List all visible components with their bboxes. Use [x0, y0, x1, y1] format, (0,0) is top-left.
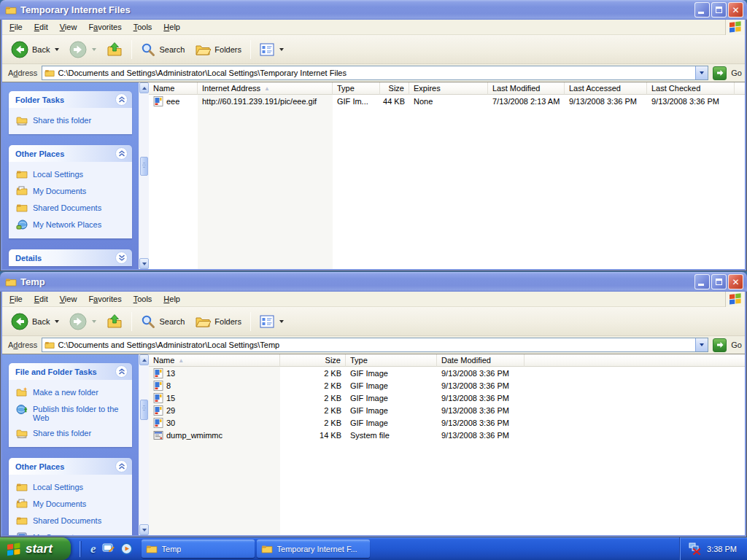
- menu-tools[interactable]: Tools: [128, 292, 158, 306]
- folders-button[interactable]: Folders: [190, 40, 246, 59]
- link-shared-documents[interactable]: Shared Documents: [16, 202, 128, 214]
- back-dropdown-icon[interactable]: [55, 48, 59, 51]
- minimize-button[interactable]: [694, 274, 710, 289]
- menu-edit[interactable]: Edit: [28, 20, 54, 34]
- collapse-button[interactable]: [115, 460, 128, 472]
- link-my-documents[interactable]: My Documents: [16, 185, 128, 197]
- sidebar-scrollbar[interactable]: [139, 354, 149, 535]
- taskbar-button-temporary-internet-files[interactable]: Temporary Internet F...: [257, 540, 370, 558]
- go-button[interactable]: [713, 66, 727, 80]
- expand-button[interactable]: [115, 252, 128, 264]
- search-button[interactable]: Search: [136, 40, 189, 59]
- menu-file[interactable]: File: [4, 20, 28, 34]
- menu-tools[interactable]: Tools: [128, 20, 158, 34]
- link-my-documents[interactable]: My Documents: [16, 498, 128, 510]
- file-row[interactable]: eee http://60.191.239.191/pic/eee.gif GI…: [149, 95, 745, 107]
- close-button[interactable]: ✕: [728, 274, 743, 289]
- sidebar-scrollbar[interactable]: [139, 82, 149, 269]
- address-dropdown-button[interactable]: [695, 66, 708, 79]
- scroll-down-button[interactable]: [139, 258, 149, 269]
- column-header-last-modified[interactable]: Last Modified: [488, 82, 565, 95]
- menu-favorites[interactable]: Favorites: [82, 292, 127, 306]
- menu-view[interactable]: View: [54, 292, 83, 306]
- column-header-name[interactable]: Name: [149, 82, 198, 95]
- file-row[interactable]: dump_wmimmc 14 KB System file 9/13/2008 …: [149, 429, 745, 441]
- back-dropdown-icon[interactable]: [55, 320, 59, 323]
- forward-button[interactable]: [65, 311, 101, 332]
- column-header-size[interactable]: Size: [380, 82, 409, 95]
- file-row[interactable]: 29 2 KB GIF Image 9/13/2008 3:36 PM: [149, 404, 745, 416]
- address-input[interactable]: C:\Documents and Settings\Administrator\…: [42, 338, 708, 352]
- taskbar-button-temp[interactable]: Temp: [142, 540, 255, 558]
- file-row[interactable]: 8 2 KB GIF Image 9/13/2008 3:36 PM: [149, 379, 745, 392]
- network-disconnected-icon[interactable]: [689, 542, 701, 555]
- views-button[interactable]: [255, 41, 288, 58]
- column-header-type[interactable]: Type: [346, 354, 437, 367]
- toolbar-handle[interactable]: [80, 541, 82, 557]
- back-button[interactable]: Back: [7, 39, 63, 61]
- menu-file[interactable]: File: [4, 292, 28, 306]
- column-header-date-modified[interactable]: Date Modified: [437, 354, 525, 367]
- internet-explorer-icon[interactable]: e: [90, 543, 96, 555]
- collapse-button[interactable]: [115, 365, 128, 378]
- clock[interactable]: 3:38 PM: [707, 545, 737, 553]
- scroll-thumb[interactable]: [140, 157, 148, 176]
- address-dropdown-button[interactable]: [695, 338, 708, 351]
- link-share-this-folder[interactable]: Share this folder: [16, 427, 128, 439]
- link-local-settings[interactable]: Local Settings: [16, 168, 128, 180]
- minimize-button[interactable]: [694, 2, 710, 18]
- file-row[interactable]: 13 2 KB GIF Image 9/13/2008 3:36 PM: [149, 367, 745, 379]
- forward-button[interactable]: [65, 39, 101, 61]
- link-make-a-new-folder[interactable]: Make a new folder: [16, 386, 128, 398]
- collapse-button[interactable]: [115, 93, 128, 106]
- panel-header[interactable]: Other Places: [9, 458, 132, 475]
- back-button[interactable]: Back: [7, 311, 63, 332]
- menu-help[interactable]: Help: [158, 292, 186, 306]
- scroll-thumb[interactable]: [140, 400, 148, 420]
- file-row[interactable]: 15 2 KB GIF Image 9/13/2008 3:36 PM: [149, 392, 745, 404]
- column-header-last-accessed[interactable]: Last Accessed: [565, 82, 647, 95]
- collapse-button[interactable]: [115, 147, 128, 160]
- link-shared-documents[interactable]: Shared Documents: [16, 515, 128, 526]
- start-button[interactable]: start: [0, 537, 71, 560]
- folders-button[interactable]: Folders: [190, 312, 246, 331]
- column-header-type[interactable]: Type: [333, 82, 380, 95]
- column-header-internet-address[interactable]: Internet Address▲: [198, 82, 333, 95]
- menu-edit[interactable]: Edit: [28, 292, 54, 306]
- panel-header[interactable]: Other Places: [9, 145, 132, 162]
- column-header-last-checked[interactable]: Last Checked: [647, 82, 735, 95]
- menu-help[interactable]: Help: [158, 20, 186, 34]
- link-publish-folder-to-web[interactable]: Publish this folder to the Web: [16, 403, 128, 422]
- titlebar[interactable]: Temp ✕: [0, 272, 747, 292]
- address-input[interactable]: C:\Documents and Settings\Administrator\…: [42, 66, 708, 80]
- close-button[interactable]: ✕: [728, 2, 743, 18]
- titlebar[interactable]: Temporary Internet Files ✕: [0, 0, 747, 20]
- link-my-computer[interactable]: My Computer: [16, 532, 128, 535]
- panel-header[interactable]: File and Folder Tasks: [9, 363, 132, 380]
- views-button[interactable]: [255, 313, 288, 330]
- panel-header[interactable]: Folder Tasks: [9, 91, 132, 108]
- file-row[interactable]: 30 2 KB GIF Image 9/13/2008 3:36 PM: [149, 416, 745, 429]
- column-header-name[interactable]: Name▲: [149, 354, 280, 367]
- scroll-up-button[interactable]: [139, 82, 149, 93]
- link-my-network-places[interactable]: My Network Places: [16, 219, 128, 230]
- scroll-down-button[interactable]: [139, 524, 149, 535]
- up-button[interactable]: [102, 39, 127, 60]
- link-share-this-folder[interactable]: Share this folder: [16, 114, 128, 126]
- scroll-up-button[interactable]: [139, 354, 149, 365]
- link-local-settings[interactable]: Local Settings: [16, 481, 128, 493]
- media-player-icon[interactable]: [120, 542, 133, 555]
- menu-view[interactable]: View: [54, 20, 83, 34]
- column-header-size[interactable]: Size: [280, 354, 346, 367]
- maximize-button[interactable]: [711, 274, 727, 289]
- search-button[interactable]: Search: [136, 312, 189, 331]
- show-desktop-icon[interactable]: [102, 542, 115, 555]
- up-button[interactable]: [102, 311, 127, 332]
- views-dropdown-icon[interactable]: [279, 320, 284, 323]
- go-button[interactable]: [713, 338, 727, 352]
- views-dropdown-icon[interactable]: [279, 48, 284, 51]
- maximize-button[interactable]: [711, 2, 727, 18]
- menu-favorites[interactable]: Favorites: [82, 20, 127, 34]
- column-header-expires[interactable]: Expires: [409, 82, 488, 95]
- panel-header[interactable]: Details: [9, 249, 132, 266]
